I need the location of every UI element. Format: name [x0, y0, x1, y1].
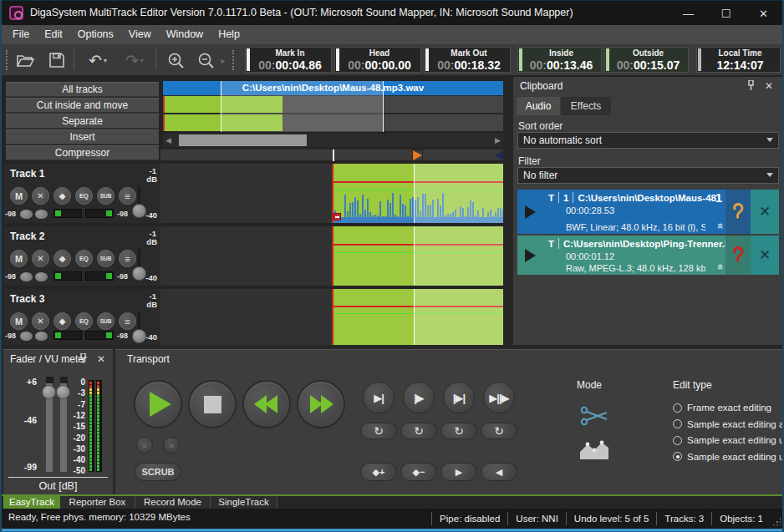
- sub-button[interactable]: SUB: [97, 187, 115, 205]
- play-button[interactable]: [134, 380, 182, 428]
- eq-button[interactable]: EQ: [75, 312, 93, 330]
- menu-button[interactable]: ≡: [119, 312, 136, 330]
- step-button-3[interactable]: |▶|: [443, 382, 475, 413]
- clipboard-item[interactable]: T 1 C:\Users\nin\Desktop\Maus-48 1 00:00…: [517, 190, 779, 234]
- undo-button[interactable]: ↶▾: [82, 48, 114, 72]
- audio-clip[interactable]: [332, 289, 503, 345]
- orange-position-marker[interactable]: [413, 150, 422, 160]
- output-fader-knob-right[interactable]: [56, 385, 70, 399]
- zoom-in-button[interactable]: [164, 48, 187, 72]
- clip-fade-handle[interactable]: [333, 213, 341, 220]
- tool-button-insert[interactable]: Insert: [6, 129, 159, 144]
- loop-button-1[interactable]: ↻: [360, 423, 397, 439]
- tab-easytrack[interactable]: EasyTrack: [3, 496, 60, 509]
- radio-button[interactable]: [673, 452, 682, 461]
- track-lane[interactable]: [160, 164, 503, 223]
- scroll-left-arrow[interactable]: ◀: [163, 134, 174, 147]
- skip-forward-button[interactable]: »: [163, 437, 180, 453]
- sub-button[interactable]: SUB: [97, 250, 115, 267]
- track-fader-knob[interactable]: [132, 329, 146, 343]
- filter-select[interactable]: No filter: [517, 167, 779, 184]
- track-fader-knob[interactable]: [132, 204, 146, 218]
- menu-window[interactable]: Window: [159, 25, 211, 44]
- open-file-button[interactable]: [13, 48, 37, 72]
- stop-button[interactable]: [188, 380, 237, 428]
- rewind-button[interactable]: [242, 380, 291, 428]
- loop-button-2[interactable]: ↻: [400, 423, 437, 439]
- maximize-button[interactable]: ☐: [707, 1, 745, 26]
- loop-button-4[interactable]: ↻: [481, 423, 517, 439]
- edit-type-option-1[interactable]: Frame exact editing: [673, 403, 784, 413]
- scroll-right-arrow[interactable]: ▶: [492, 134, 503, 147]
- remove-marker-button[interactable]: ◆−: [400, 463, 437, 481]
- play-clip-button[interactable]: [517, 236, 544, 275]
- tab-effects[interactable]: Effects: [561, 97, 611, 115]
- prelisten-ear-icon[interactable]: [725, 190, 751, 234]
- tab-singletrack[interactable]: SingleTrack: [211, 496, 277, 509]
- diamond-button[interactable]: ◆: [53, 312, 71, 330]
- mute-button[interactable]: M: [10, 187, 28, 205]
- scrollbar-thumb[interactable]: [179, 134, 307, 146]
- play-clip-button[interactable]: [517, 190, 544, 234]
- radio-button[interactable]: [673, 436, 682, 445]
- overview-selection[interactable]: [221, 81, 384, 132]
- track-pan-button[interactable]: [35, 272, 48, 281]
- menu-options[interactable]: Options: [70, 25, 121, 44]
- menu-button[interactable]: ≡: [119, 250, 136, 267]
- output-fader-knob-left[interactable]: [42, 385, 56, 399]
- toolbar-drag-handle[interactable]: [6, 50, 8, 70]
- track-pan-button[interactable]: [20, 210, 33, 219]
- envelope-mode-icon[interactable]: [578, 437, 610, 464]
- track-pan-button[interactable]: [35, 210, 48, 219]
- track-lane[interactable]: [160, 289, 503, 345]
- loop-button-3[interactable]: ↻: [440, 423, 477, 439]
- close-button[interactable]: ✕: [745, 1, 782, 26]
- step-button-2[interactable]: |▶: [403, 382, 435, 413]
- prelisten-ear-icon[interactable]: [725, 236, 751, 275]
- tab-record-mode[interactable]: Record Mode: [135, 496, 211, 509]
- tool-button-compressor[interactable]: Compressor: [6, 145, 159, 160]
- pin-icon[interactable]: [744, 80, 757, 92]
- skip-back-button[interactable]: «: [136, 437, 153, 453]
- radio-button[interactable]: [673, 419, 682, 428]
- fast-forward-button[interactable]: [297, 380, 345, 428]
- track-lane[interactable]: [160, 226, 503, 286]
- menu-file[interactable]: File: [5, 25, 37, 44]
- horizontal-scrollbar[interactable]: ◀ ▶: [163, 134, 503, 147]
- menu-help[interactable]: Help: [211, 25, 247, 44]
- toolbar-drag-handle-2[interactable]: [232, 50, 235, 70]
- eq-button[interactable]: EQ: [75, 250, 93, 267]
- collapse-chevron-icon[interactable]: «: [715, 223, 725, 229]
- sub-button[interactable]: SUB: [97, 312, 115, 330]
- sort-order-select[interactable]: No automatic sort: [517, 132, 779, 149]
- track-pan-button[interactable]: [20, 272, 33, 281]
- timeline-ruler[interactable]: [160, 149, 503, 160]
- minimize-button[interactable]: —: [669, 1, 707, 26]
- edit-type-option-4[interactable]: Sample exact editing us: [673, 452, 784, 462]
- redo-button[interactable]: ↷▾: [119, 48, 150, 72]
- tool-button-separate[interactable]: Separate: [6, 114, 159, 129]
- tab-audio[interactable]: Audio: [517, 97, 560, 115]
- diamond-button[interactable]: ◆: [53, 250, 71, 267]
- step-button-4[interactable]: ▶||▶: [483, 382, 515, 413]
- diamond-button[interactable]: ◆: [53, 187, 71, 205]
- tool-button-cut-inside-and-move[interactable]: Cut inside and move: [6, 98, 159, 113]
- audio-clip[interactable]: [332, 226, 503, 286]
- edit-type-option-3[interactable]: Sample exact editing us: [673, 435, 784, 445]
- nudge-right-button[interactable]: ▶: [440, 463, 477, 481]
- delete-clip-button[interactable]: ✕: [751, 190, 779, 234]
- eq-button[interactable]: EQ: [75, 187, 93, 205]
- edit-type-option-2[interactable]: Sample exact editing at: [673, 419, 784, 429]
- track-pan-button[interactable]: [35, 332, 48, 341]
- resize-grip[interactable]: [772, 517, 781, 525]
- close-icon[interactable]: ✕: [94, 353, 108, 365]
- menu-edit[interactable]: Edit: [37, 25, 70, 44]
- tool-button-all-tracks[interactable]: All tracks: [6, 82, 159, 97]
- clipboard-item[interactable]: T C:\Users\nin\Desktop\Ping-Trenner.M 00…: [517, 236, 779, 275]
- zoom-out-button[interactable]: [194, 48, 217, 72]
- mute-button[interactable]: M: [10, 250, 28, 267]
- track-fader-knob[interactable]: [132, 266, 146, 281]
- close-icon[interactable]: ✕: [762, 80, 776, 92]
- tab-reporter-box[interactable]: Reporter Box: [60, 496, 135, 509]
- scrub-button[interactable]: SCRUB: [135, 463, 181, 481]
